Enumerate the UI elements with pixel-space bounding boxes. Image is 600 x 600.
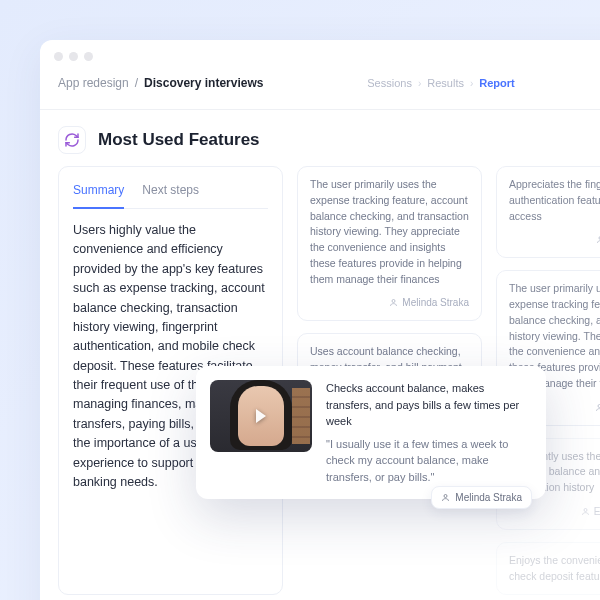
insight-card[interactable]: Appreciates the fingerprint authenticati…: [496, 166, 600, 258]
progress-steps: Sessions › Results › Report: [367, 77, 514, 89]
feature-icon-badge: [58, 126, 86, 154]
person-icon: [581, 507, 590, 516]
refresh-icon: [64, 132, 80, 148]
play-icon: [256, 409, 266, 423]
insight-text: Enjoys the convenience of mobile check d…: [509, 553, 600, 585]
popover-author: Melinda Straka: [455, 492, 522, 503]
svg-point-1: [392, 300, 395, 303]
traffic-dot: [69, 52, 78, 61]
video-thumbnail[interactable]: [210, 380, 312, 452]
step-results[interactable]: Results: [427, 77, 464, 89]
svg-point-6: [444, 495, 447, 498]
window-traffic-lights: [40, 40, 600, 61]
person-icon: [595, 403, 600, 412]
breadcrumb-root[interactable]: App redesign: [58, 76, 129, 90]
popover-summary: Checks account balance, makes transfers,…: [326, 380, 532, 430]
insight-author: Melinda Straka: [402, 295, 469, 310]
traffic-dot: [54, 52, 63, 61]
breadcrumb: App redesign / Discovery interviews: [58, 76, 263, 90]
summary-tabs: Summary Next steps: [73, 177, 268, 209]
breadcrumb-current: Discovery interviews: [144, 76, 263, 90]
insight-author: Emily Thompson: [594, 504, 600, 519]
svg-point-5: [584, 508, 587, 511]
person-icon: [441, 493, 450, 502]
traffic-dot: [84, 52, 93, 61]
person-icon: [596, 235, 600, 244]
popover-attribution: Melinda Straka: [431, 486, 532, 509]
page-header: Most Used Features: [40, 110, 600, 166]
chevron-right-icon: ›: [470, 78, 473, 89]
person-icon: [389, 298, 398, 307]
chevron-right-icon: ›: [418, 78, 421, 89]
page-title: Most Used Features: [98, 130, 260, 150]
step-report[interactable]: Report: [479, 77, 514, 89]
app-window: App redesign / Discovery interviews Sess…: [40, 40, 600, 600]
popover-quote: "I usually use it a few times a week to …: [326, 436, 532, 486]
insight-card[interactable]: Enjoys the convenience of mobile check d…: [496, 542, 600, 596]
insight-text: The user primarily uses the expense trac…: [310, 177, 469, 287]
top-bar: App redesign / Discovery interviews Sess…: [40, 61, 600, 110]
quote-popover[interactable]: Checks account balance, makes transfers,…: [196, 366, 546, 499]
insight-text: Appreciates the fingerprint authenticati…: [509, 177, 600, 224]
popover-body: Checks account balance, makes transfers,…: [326, 380, 532, 485]
insight-attribution: Melinda Straka: [310, 295, 469, 310]
tab-summary[interactable]: Summary: [73, 177, 124, 209]
breadcrumb-sep: /: [135, 76, 138, 90]
tab-next-steps[interactable]: Next steps: [142, 177, 199, 209]
step-sessions[interactable]: Sessions: [367, 77, 412, 89]
insight-card[interactable]: The user primarily uses the expense trac…: [297, 166, 482, 321]
insight-attribution: Steven Boyle: [509, 232, 600, 247]
